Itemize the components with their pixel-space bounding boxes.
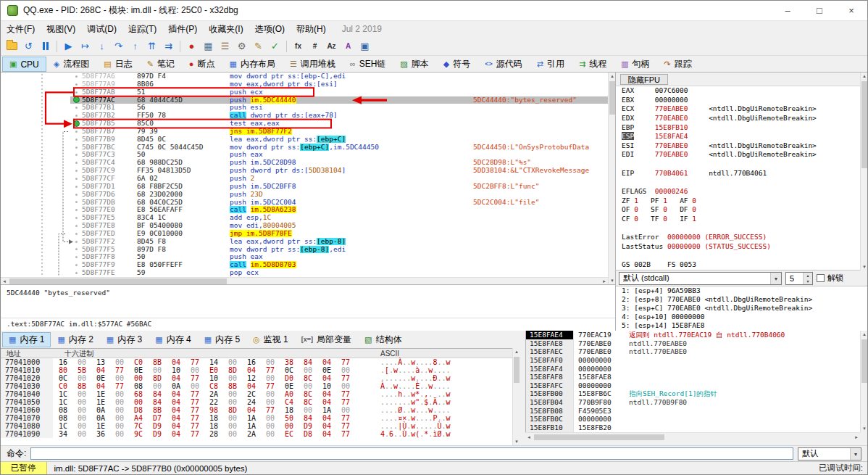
- register-row[interactable]: OF 0 SF 0 DF 0: [616, 205, 854, 215]
- register-row[interactable]: [616, 160, 854, 169]
- disasm-hscrollbar[interactable]: ◂ ▸: [1, 277, 608, 284]
- breakpoint-slot[interactable]: [75, 162, 78, 164]
- register-row[interactable]: EFLAGS 00000246: [616, 187, 854, 197]
- tab-CPU[interactable]: ▣CPU: [2, 57, 46, 72]
- breakpoint-slot[interactable]: [75, 217, 78, 219]
- tab-符号[interactable]: ◆符号: [436, 57, 477, 72]
- stack-row[interactable]: 15E8FAF000000000: [526, 356, 860, 365]
- stack-row[interactable]: 15E8FAF400000000: [526, 365, 860, 373]
- tab-日志[interactable]: ▤日志: [96, 57, 139, 72]
- memory-row[interactable]: 770410801C001E007CD9047718001A0000D90477…: [1, 422, 519, 430]
- stack-pane[interactable]: 15E8FAE4770EAC19返回到 ntdll.770EAC19 自 ntd…: [525, 331, 860, 432]
- tab-内存布局[interactable]: ▦内存布局: [222, 57, 283, 72]
- stack-row[interactable]: 15E8FAF815E8FAE8: [526, 373, 860, 381]
- step-over-icon[interactable]: ↷: [110, 38, 127, 54]
- register-row[interactable]: ESI 770EABE0 <ntdll.DbgUiRemoteBreakin>: [616, 141, 854, 151]
- breakpoint-slot[interactable]: [75, 83, 78, 86]
- breakpoint-slot[interactable]: [75, 209, 78, 211]
- stack-row[interactable]: 15E8FB1015E8FB20: [526, 424, 860, 432]
- tab-源代码[interactable]: <>源代码: [477, 57, 530, 72]
- disasm-row[interactable]: 5D8F77AB51push ecx: [1, 88, 608, 96]
- breakpoint-slot[interactable]: [75, 225, 78, 227]
- close-button[interactable]: ×: [835, 1, 867, 20]
- stack-row[interactable]: 15E8FB04770B9F80ntdll.770B9F80: [526, 398, 860, 407]
- fx-icon[interactable]: fx: [290, 38, 306, 54]
- hash-icon[interactable]: #: [306, 38, 323, 54]
- register-row[interactable]: EAX 007C6000: [616, 86, 854, 96]
- tab-内存 1[interactable]: ▦内存 1: [2, 332, 51, 347]
- register-row[interactable]: EBX 00000000: [616, 96, 854, 105]
- animate-icon[interactable]: ⇉: [160, 38, 177, 54]
- argument-row[interactable]: 2: [esp+8] 770EABE0 <ntdll.DbgUiRemoteBr…: [616, 295, 868, 304]
- tab-句柄[interactable]: ▥句柄: [614, 57, 656, 72]
- menu-item[interactable]: 文件(F): [1, 21, 41, 38]
- memory-row[interactable]: 77041010805B04770E001000E08D04770C000E00…: [1, 366, 519, 374]
- stack-row[interactable]: 15E8FAE8770EABE0ntdll.770EABE0: [526, 339, 860, 348]
- register-row[interactable]: ECX 770EABE0 <ntdll.DbgUiRemoteBreakin>: [616, 104, 854, 114]
- register-row[interactable]: [616, 178, 854, 187]
- tab-脚本[interactable]: ▨脚本: [393, 57, 435, 72]
- memory-dump-pane[interactable]: 地址 十六进制 ASCII 7704100016001300C08B047714…: [1, 348, 519, 445]
- run-icon[interactable]: ▶: [60, 38, 77, 54]
- unlock-checkbox[interactable]: [817, 274, 825, 282]
- stack-row[interactable]: 15E8FAFC00000000: [526, 381, 860, 390]
- register-row[interactable]: ESP 15E8FAE4: [616, 132, 854, 141]
- disasm-row[interactable]: 5D8F77B98D45 0Clea eax,dword ptr ss:[ebp…: [1, 136, 608, 144]
- argument-row[interactable]: 3: [esp+C] 770EABE0 <ntdll.DbgUiRemoteBr…: [616, 304, 868, 313]
- arg-count-stepper[interactable]: 5 ▴▾: [785, 272, 813, 285]
- stack-hscrollbar[interactable]: ◂ ▸: [525, 432, 860, 441]
- breakpoint-slot[interactable]: [75, 139, 78, 141]
- font-icon[interactable]: Az: [323, 38, 340, 54]
- tab-笔记[interactable]: ✎笔记: [140, 57, 182, 72]
- restart-icon[interactable]: ↺: [20, 38, 37, 54]
- menu-item[interactable]: 视图(V): [41, 21, 81, 38]
- step-into-icon[interactable]: ↓: [93, 38, 110, 54]
- stack-row[interactable]: 15E8FB0015E8FB6C指向SEH_Record[1]的指针: [526, 389, 860, 398]
- stack-row[interactable]: 15E8FB0C00000000: [526, 415, 860, 424]
- stack-row[interactable]: 15E8FB08F45905E3: [526, 407, 860, 416]
- breakpoint-slot[interactable]: [75, 241, 78, 243]
- memory-row[interactable]: 770410501C001E000084047722002400C48C0477…: [1, 398, 519, 406]
- tab-断点[interactable]: ●断点: [182, 57, 222, 72]
- register-row[interactable]: [616, 224, 854, 234]
- breakpoint-dot[interactable]: [73, 120, 80, 127]
- tab-局部变量[interactable]: [x=]局部变量: [295, 332, 358, 347]
- register-row[interactable]: [616, 252, 854, 261]
- register-row[interactable]: CF 0 TF 0 IF 1: [616, 215, 854, 224]
- breakpoint-slot[interactable]: [75, 272, 78, 274]
- stack-row[interactable]: 15E8FAEC770EABE0ntdll.770EABE0: [526, 347, 860, 356]
- disasm-row[interactable]: 5D8F77D668 23D02000push 23D: [1, 191, 608, 199]
- breakpoint-slot[interactable]: [75, 186, 78, 188]
- tab-引用[interactable]: ⇄引用: [530, 57, 572, 72]
- hide-fpu-button[interactable]: 隐藏FPU: [620, 74, 668, 85]
- disassembly-pane[interactable]: 5D8F77A6897D F4mov dword ptr ss:[ebp-C],…: [1, 73, 608, 277]
- breakpoint-slot[interactable]: [75, 115, 78, 117]
- breakpoint-slot[interactable]: [75, 248, 78, 250]
- stack-row[interactable]: 15E8FAE4770EAC19返回到 ntdll.770EAC19 自 ntd…: [526, 331, 860, 339]
- unlock-checkbox-wrap[interactable]: 解锁: [817, 273, 843, 284]
- breakpoint-slot[interactable]: [75, 233, 78, 235]
- open-file-icon[interactable]: [4, 38, 20, 54]
- notes-icon[interactable]: ✎: [250, 38, 267, 54]
- tab-线程[interactable]: ⇉线程: [572, 57, 614, 72]
- menu-item[interactable]: 调试(D): [81, 21, 122, 38]
- stepper-arrows-icon[interactable]: ▴▾: [803, 273, 812, 284]
- memory-map-icon[interactable]: ▦: [200, 38, 217, 54]
- minimize-button[interactable]: –: [772, 1, 804, 20]
- register-row[interactable]: EDI 770EABE0 <ntdll.DbgUiRemoteBreakin>: [616, 150, 854, 160]
- breakpoint-slot[interactable]: [75, 201, 78, 203]
- memory-row[interactable]: 77041090340036009CD9047728002A00ECD80477…: [1, 430, 519, 438]
- breakpoint-icon[interactable]: ●: [183, 38, 200, 54]
- disasm-row[interactable]: 5D8F77FE59pop ecx: [1, 269, 608, 277]
- tab-内存 5[interactable]: ▦内存 5: [198, 332, 246, 347]
- dump-vscrollbar[interactable]: ▴ ▾: [512, 348, 519, 445]
- breakpoint-slot[interactable]: [75, 194, 78, 196]
- menu-item[interactable]: 追踪(T): [122, 21, 162, 38]
- command-input[interactable]: [30, 447, 793, 460]
- memory-row[interactable]: 770410401C001E00688404772A002C00A08C0477…: [1, 390, 519, 398]
- breakpoint-slot[interactable]: [75, 107, 78, 109]
- tab-监视 1[interactable]: ◎监视 1: [246, 332, 295, 347]
- memory-row[interactable]: 7704106008000A00D88B0477988D047718001A00…: [1, 406, 519, 414]
- run-to-cursor-icon[interactable]: ↦: [77, 38, 93, 54]
- tab-SEH链[interactable]: ∞SEH链: [343, 57, 393, 72]
